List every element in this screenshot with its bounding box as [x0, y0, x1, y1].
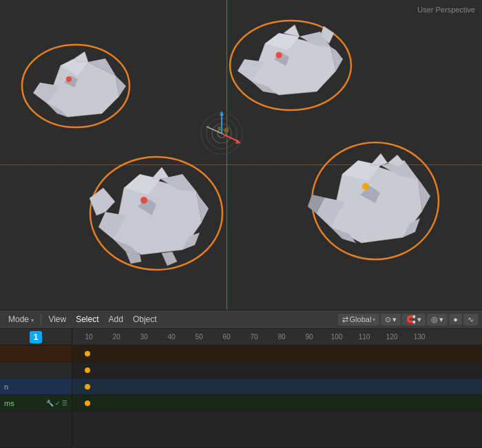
track-label-2 — [0, 362, 72, 378]
transform-gizmo[interactable] — [194, 106, 249, 161]
add-menu[interactable]: Add — [105, 313, 127, 326]
keyframe-2[interactable] — [85, 367, 90, 373]
frame-70: 70 — [240, 333, 268, 341]
svg-marker-10 — [74, 52, 88, 62]
transform-orientation[interactable]: ⇄ Global ▾ — [338, 314, 380, 326]
current-frame[interactable]: 1 — [30, 331, 43, 343]
track-4-label: ms — [4, 399, 14, 407]
svg-point-32 — [140, 197, 147, 204]
svg-point-19 — [276, 52, 282, 58]
waveform-icon: ∿ — [468, 315, 474, 324]
svg-rect-60 — [224, 128, 229, 132]
frame-ruler: 1 10 20 30 40 50 60 70 80 90 100 110 120… — [0, 329, 482, 345]
frame-50: 50 — [185, 333, 213, 341]
snap-dropdown-arrow: ▾ — [417, 315, 421, 324]
creature-2[interactable] — [227, 12, 355, 119]
svg-marker-34 — [126, 252, 141, 264]
global-dropdown-arrow: ▾ — [373, 317, 375, 323]
waveform-btn[interactable]: ∿ — [463, 314, 478, 326]
proportional-dropdown-arrow: ▾ — [439, 315, 443, 324]
track-content-3[interactable] — [72, 378, 482, 394]
track-label-4: ms 🔧 ✓ ☰ — [0, 395, 72, 411]
timeline: 1 10 20 30 40 50 60 70 80 90 100 110 120… — [0, 329, 482, 448]
snap-toggle[interactable]: 🧲 ▾ — [402, 314, 426, 326]
pivot-icon: ⊙ — [385, 315, 391, 324]
frame-60: 60 — [213, 333, 240, 341]
keyframe-3[interactable] — [85, 384, 90, 390]
mode-dropdown-arrow: ▾ — [31, 317, 34, 323]
frame-110: 110 — [350, 333, 378, 341]
creature-4[interactable] — [306, 134, 444, 268]
track-content-1[interactable] — [72, 345, 482, 361]
svg-rect-59 — [218, 127, 222, 131]
toolbar-right: ⇄ Global ▾ ⊙ ▾ 🧲 ▾ ◎ ▾ ● ∿ — [338, 314, 478, 326]
viewport-3d[interactable]: User Perspective — [0, 0, 482, 310]
track-content-5[interactable] — [72, 412, 482, 447]
frame-120: 120 — [378, 333, 406, 341]
frame-80: 80 — [268, 333, 295, 341]
track-3-label: n — [4, 383, 8, 391]
tracks-container: n ms 🔧 ✓ ☰ — [0, 345, 482, 448]
frame-130: 130 — [406, 333, 433, 341]
track-label-5 — [0, 412, 72, 447]
svg-marker-27 — [90, 188, 115, 215]
select-menu[interactable]: Select — [72, 313, 103, 326]
proportional-icon: ◎ — [431, 315, 438, 324]
svg-point-9 — [66, 76, 72, 82]
track-content-4[interactable] — [72, 395, 482, 411]
frame-40: 40 — [158, 333, 185, 341]
object-menu[interactable]: Object — [129, 313, 161, 326]
track-label-1 — [0, 345, 72, 361]
circle-icon: ● — [453, 315, 458, 323]
track-label-3: n — [0, 378, 72, 394]
frame-start: 1 — [0, 329, 72, 345]
viewport-toolbar: Mode ▾ View Select Add Object ⇄ Global ▾… — [0, 310, 482, 329]
proportional-editing[interactable]: ◎ ▾ — [427, 314, 448, 326]
frame-numbers: 10 20 30 40 50 60 70 80 90 100 110 120 1… — [72, 329, 482, 345]
snap-icon: 🧲 — [406, 315, 416, 324]
viewport-info: User Perspective — [417, 6, 475, 14]
check-icon[interactable]: ✓ — [55, 400, 61, 407]
view-menu[interactable]: View — [44, 313, 70, 326]
wrench-icon[interactable]: 🔧 — [46, 400, 54, 407]
keyframe-4[interactable] — [85, 401, 90, 406]
track-row-1 — [0, 345, 482, 362]
pivot-dropdown-arrow: ▾ — [392, 315, 397, 324]
frame-20: 20 — [103, 333, 130, 341]
orient-icon: ⇄ — [342, 315, 348, 324]
track-row-3: n — [0, 378, 482, 395]
svg-marker-47 — [370, 153, 388, 165]
track-row-4: ms 🔧 ✓ ☰ — [0, 395, 482, 412]
circle-btn[interactable]: ● — [449, 314, 462, 325]
svg-marker-57 — [235, 139, 241, 144]
track-row-5 — [0, 412, 482, 448]
frame-10: 10 — [75, 333, 103, 341]
creature-1[interactable] — [19, 38, 133, 134]
pivot-menu[interactable]: ⊙ ▾ — [381, 314, 401, 326]
keyframe-1[interactable] — [85, 351, 90, 356]
mode-menu[interactable]: Mode ▾ — [4, 313, 38, 326]
track-4-icons: 🔧 ✓ ☰ — [46, 400, 67, 407]
separator-1 — [41, 314, 41, 325]
svg-point-46 — [362, 183, 369, 190]
frame-100: 100 — [323, 333, 350, 341]
svg-marker-35 — [162, 252, 177, 266]
eye-icon[interactable]: ☰ — [62, 400, 67, 407]
frame-30: 30 — [130, 333, 158, 341]
track-content-2[interactable] — [72, 362, 482, 378]
creature-3[interactable] — [86, 150, 227, 277]
frame-90: 90 — [295, 333, 323, 341]
track-row-2 — [0, 362, 482, 378]
svg-marker-33 — [151, 167, 169, 179]
